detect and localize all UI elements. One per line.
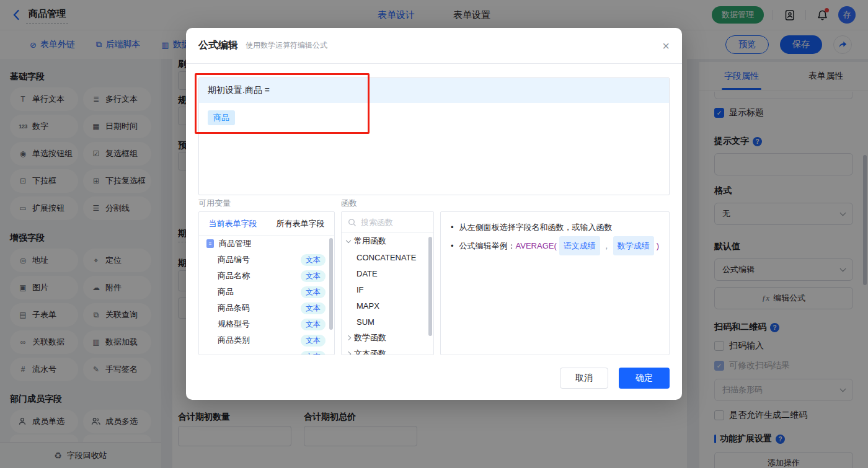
field-type-badge: 文本 (301, 270, 326, 282)
field-type-badge: 文本 (301, 302, 326, 314)
function-group-text[interactable]: 文本函数 (342, 346, 433, 355)
function-group-common[interactable]: 常用函数 (342, 233, 433, 249)
example-function-open: AVERAGE( (516, 237, 557, 255)
search-icon (348, 218, 356, 227)
field-type-badge: 文本 (301, 254, 326, 266)
variable-item[interactable]: 商品名称文本 (199, 268, 334, 284)
function-search-input[interactable] (361, 218, 423, 227)
function-search (342, 212, 433, 233)
example-field-tag: 语文成绩 (559, 236, 600, 255)
variable-item[interactable]: 规格型号文本 (199, 316, 334, 332)
example-function-close: ) (657, 237, 659, 255)
functions-pane-label: 函数 (341, 198, 357, 209)
help-line-1: 从左侧面板选择字段名和函数，或输入函数 (451, 218, 659, 236)
close-icon[interactable]: × (662, 40, 670, 52)
variable-item[interactable]: 商品条码文本 (199, 300, 334, 316)
annotation-highlight-box (195, 73, 370, 134)
function-item[interactable]: CONCATENATE (342, 249, 433, 265)
function-item[interactable]: IF (342, 281, 433, 298)
variables-tabs: 当前表单字段 所有表单字段 (199, 212, 334, 236)
field-type-badge: 文本 (301, 351, 326, 356)
chevron-right-icon (346, 351, 351, 355)
variables-scrollbar[interactable] (329, 238, 333, 330)
modal-title: 公式编辑 (198, 39, 238, 52)
field-type-badge: 文本 (301, 286, 326, 298)
variable-item[interactable]: 文本 (199, 348, 334, 355)
function-group-math[interactable]: 数学函数 (342, 330, 433, 346)
example-field-tag: 数学成绩 (613, 236, 654, 255)
form-doc-icon: ≡ (206, 239, 214, 248)
modal-subtitle: 使用数学运算符编辑公式 (246, 40, 327, 51)
function-item[interactable]: SUM (342, 314, 433, 330)
form-designer-app: 商品管理 表单设计 表单设置 数据管理 存 ⊘ 表单外链 ⧉ 后端 (0, 0, 868, 468)
chevron-right-icon (346, 335, 351, 340)
functions-pane: 常用函数 CONCATENATE DATE IF MAPX SUM 数学函数 文… (341, 211, 434, 355)
formula-help-pane: 从左侧面板选择字段名和函数，或输入函数 公式编辑举例： AVERAGE( 语文成… (440, 211, 670, 355)
cancel-button[interactable]: 取消 (560, 368, 608, 389)
function-item[interactable]: DATE (342, 265, 433, 281)
function-item[interactable]: MAPX (342, 298, 433, 314)
field-type-badge: 文本 (301, 319, 326, 330)
modal-header: 公式编辑 使用数学运算符编辑公式 × (186, 28, 682, 64)
confirm-button[interactable]: 确定 (619, 368, 670, 389)
variable-item[interactable]: 商品编号文本 (199, 252, 334, 268)
variables-pane: 当前表单字段 所有表单字段 ≡ 商品管理 商品编号文本 商品名称文本 商品文本 … (198, 211, 335, 355)
variable-item[interactable]: 商品文本 (199, 284, 334, 300)
tab-current-form-fields[interactable]: 当前表单字段 (199, 212, 267, 235)
tab-all-form-fields[interactable]: 所有表单字段 (267, 212, 334, 235)
variables-tree-root[interactable]: ≡ 商品管理 (199, 236, 334, 252)
variables-pane-label: 可用变量 (198, 198, 231, 209)
chevron-down-icon (346, 237, 351, 242)
field-type-badge: 文本 (301, 335, 326, 347)
functions-scrollbar[interactable] (428, 237, 432, 336)
variable-item[interactable]: 商品类别文本 (199, 332, 334, 348)
help-line-2: 公式编辑举例： AVERAGE( 语文成绩 ， 数学成绩 ) (451, 236, 659, 255)
